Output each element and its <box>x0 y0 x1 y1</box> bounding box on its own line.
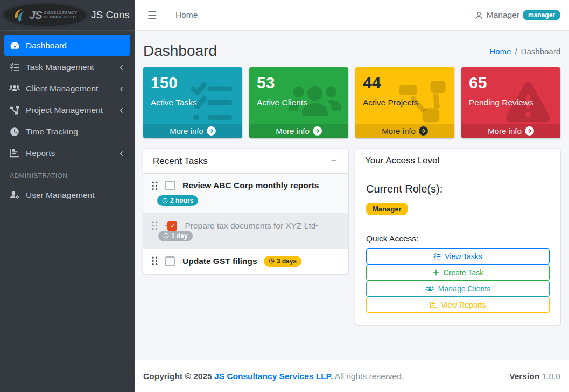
main-panel: ☰ Home Manager manager Dashboard Home / … <box>135 0 569 392</box>
sidebar-item-reports[interactable]: Reports <box>4 143 130 163</box>
more-info-link-active-projects[interactable]: More info <box>355 124 454 138</box>
arrow-circle-right-icon <box>313 126 322 136</box>
resize-grip-icon[interactable] <box>561 384 568 391</box>
info-box-inner: 150 Active Tasks <box>143 67 242 114</box>
active-tasks-count: 150 <box>151 74 235 91</box>
version-text: Version 1.0.0 <box>509 372 560 381</box>
task-title: Prepare tax documents for XYZ Ltd <box>185 221 315 230</box>
info-box-active-clients: 53 Active Clients More info <box>249 67 348 138</box>
page-footer: Copyright © 2025 JS Consultancy Services… <box>135 360 569 392</box>
access-level-body: Current Role(s): Manager Quick Access: V… <box>355 173 560 325</box>
info-box-active-tasks: 150 Active Tasks More info <box>143 67 242 138</box>
due-badge: 2 hours <box>157 195 198 206</box>
info-boxes-row: 150 Active Tasks More info <box>143 67 560 138</box>
create-task-button[interactable]: Create Task <box>366 265 550 281</box>
sidebar-item-label: Task Management <box>26 62 94 72</box>
more-info-link-active-tasks[interactable]: More info <box>143 124 242 138</box>
active-projects-label: Active Projects <box>363 98 447 108</box>
access-level-header: Your Access Level <box>355 149 560 173</box>
access-level-title: Your Access Level <box>365 155 439 166</box>
current-roles-label: Current Role(s): <box>366 183 550 195</box>
brand-title: JS Consultancy Services LLP <box>91 9 130 21</box>
sidebar-toggle-icon[interactable]: ☰ <box>143 6 161 24</box>
drag-handle-icon[interactable] <box>152 181 158 190</box>
arrow-circle-right-icon <box>207 126 216 136</box>
recent-tasks-card: Recent Tasks − Review ABC Corp monthly r… <box>143 149 348 274</box>
recent-tasks-header: Recent Tasks − <box>143 149 348 174</box>
due-badge: 1 day <box>158 231 193 241</box>
quick-access-label: Quick Access: <box>366 234 550 244</box>
access-level-card: Your Access Level Current Role(s): Manag… <box>355 149 560 325</box>
info-box-inner: 44 Active Projects <box>355 67 454 114</box>
completed-task-wrap: Prepare tax documents for XYZ Ltd <box>165 220 318 231</box>
chart-bar-icon <box>9 148 20 158</box>
active-tasks-label: Active Tasks <box>151 98 235 108</box>
collapse-icon[interactable]: − <box>328 155 339 167</box>
task-checkbox-checked[interactable] <box>167 221 177 231</box>
arrow-circle-right-icon <box>419 126 428 136</box>
user-cog-icon <box>9 190 20 200</box>
sidebar-item-label: Reports <box>26 148 55 158</box>
content-area: Dashboard Home / Dashboard 150 Active Ta… <box>135 31 569 360</box>
tasks-icon <box>9 62 20 72</box>
chevron-left-icon <box>118 64 125 71</box>
chevron-left-icon <box>118 107 125 114</box>
navbar-home-link[interactable]: Home <box>175 10 198 20</box>
clock-icon <box>9 127 20 137</box>
logo-swoosh-icon <box>13 8 27 23</box>
sidebar-item-user-management[interactable]: User Management <box>4 185 130 205</box>
sidebar-item-label: Project Management <box>26 105 103 115</box>
view-reports-button[interactable]: View Reports <box>366 297 550 313</box>
brand-link[interactable]: JS CONSULTANCY SERVICES LLP JS Consultan… <box>0 0 135 31</box>
sidebar-item-task-management[interactable]: Task Management <box>4 57 130 77</box>
badge-row: 2 hours <box>152 195 340 206</box>
navbar-user-menu[interactable]: Manager manager <box>474 10 560 20</box>
breadcrumb-separator: / <box>515 47 517 56</box>
app-window: JS CONSULTANCY SERVICES LLP JS Consultan… <box>0 0 569 392</box>
tachometer-icon <box>9 40 20 51</box>
info-box-pending-reviews: 65 Pending Reviews More info <box>461 67 560 138</box>
chevron-left-icon <box>118 85 125 92</box>
info-box-inner: 65 Pending Reviews <box>461 67 560 114</box>
due-badge: 3 days <box>264 256 301 267</box>
more-info-link-active-clients[interactable]: More info <box>249 124 348 138</box>
logo-js-text: JS <box>29 9 42 22</box>
breadcrumb-home-link[interactable]: Home <box>489 47 511 56</box>
sidebar-nav: Dashboard Task Management Client Managem… <box>0 31 135 211</box>
user-role-badge: manager <box>523 10 560 20</box>
chart-bar-icon <box>430 301 437 309</box>
task-row: Update GST filings 3 days <box>143 249 348 274</box>
task-checkbox[interactable] <box>165 256 175 266</box>
navbar-user-name: Manager <box>487 10 519 20</box>
task-row-completed: Prepare tax documents for XYZ Ltd 1 day <box>143 213 348 249</box>
sidebar-item-dashboard[interactable]: Dashboard <box>4 35 130 56</box>
copyright-text: Copyright © 2025 JS Consultancy Services… <box>143 372 404 381</box>
company-link[interactable]: JS Consultancy Services LLP. <box>214 372 333 381</box>
arrow-circle-right-icon <box>525 126 534 136</box>
page-title: Dashboard <box>143 42 217 60</box>
active-clients-count: 53 <box>257 74 341 91</box>
info-box-active-projects: 44 Active Projects More info <box>355 67 454 138</box>
active-projects-count: 44 <box>363 74 447 91</box>
task-title: Review ABC Corp monthly reports <box>182 181 319 190</box>
sidebar-item-time-tracking[interactable]: Time Tracking <box>4 122 130 142</box>
plus-icon <box>432 269 440 276</box>
sidebar-item-project-management[interactable]: Project Management <box>4 100 130 120</box>
sidebar-item-label: Time Tracking <box>26 127 78 137</box>
view-tasks-button[interactable]: View Tasks <box>366 248 550 265</box>
sidebar-item-label: Dashboard <box>26 41 67 51</box>
chevron-left-icon <box>118 150 125 157</box>
task-title: Update GST filings <box>182 256 257 266</box>
task-checkbox[interactable] <box>165 181 175 190</box>
recent-tasks-title: Recent Tasks <box>153 156 208 167</box>
pending-reviews-label: Pending Reviews <box>469 98 553 108</box>
sidebar-item-client-management[interactable]: Client Management <box>4 79 130 99</box>
manage-clients-button[interactable]: Manage Clients <box>366 281 550 297</box>
breadcrumb: Home / Dashboard <box>489 47 560 56</box>
drag-handle-icon[interactable] <box>152 256 158 266</box>
sidebar-item-label: Client Management <box>26 84 98 94</box>
drag-handle-icon[interactable] <box>152 221 158 230</box>
users-icon <box>9 84 20 94</box>
more-info-link-pending-reviews[interactable]: More info <box>461 124 560 138</box>
sidebar-section-administration: ADMINISTRATION <box>4 165 130 185</box>
